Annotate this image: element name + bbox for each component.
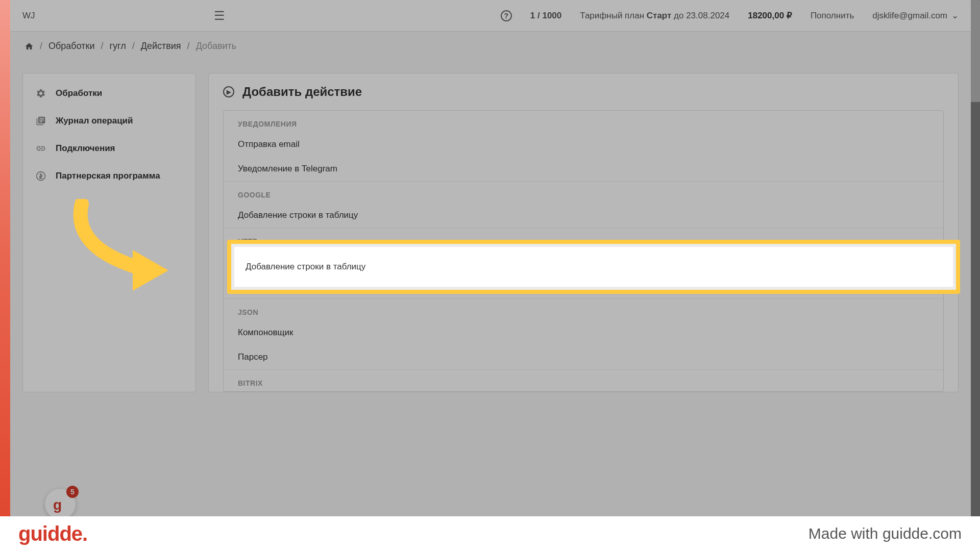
chat-widget[interactable]: g 5: [45, 489, 76, 519]
chevron-down-icon: ⌄: [951, 10, 959, 21]
header-right: ? 1 / 1000 Тарифный план Старт до 23.08.…: [501, 10, 959, 21]
sidebar-item-processing[interactable]: Обработки: [23, 80, 195, 107]
highlighted-action-item[interactable]: Добавление строки в таблицу: [234, 247, 953, 287]
highlight-inner: Добавление строки в таблицу: [231, 244, 956, 290]
content-panel: ▶ Добавить действие УВЕДОМЛЕНИЯ Отправка…: [208, 73, 959, 392]
sidebar-item-label: Подключения: [56, 143, 115, 154]
footer: guidde. Made with guidde.com: [0, 516, 980, 551]
sidebar-item-label: Журнал операций: [56, 116, 133, 126]
dollar-icon: [35, 170, 46, 182]
plan-prefix: Тарифный план: [580, 11, 647, 20]
scrollbar[interactable]: [971, 0, 980, 516]
breadcrumb-item-1[interactable]: гугл: [109, 41, 126, 52]
gear-icon: [35, 88, 46, 99]
group-header-notifications: УВЕДОМЛЕНИЯ: [224, 111, 943, 132]
breadcrumb-item-2[interactable]: Действия: [141, 41, 181, 52]
widget-icon: g: [53, 497, 67, 511]
sidebar-item-label: Обработки: [56, 88, 102, 98]
plan-name: Старт: [647, 11, 672, 20]
breadcrumb-sep: /: [40, 41, 42, 52]
page-title: Добавить действие: [242, 85, 362, 99]
sidebar-item-log[interactable]: Журнал операций: [23, 107, 195, 135]
action-item-json-parser[interactable]: Парсер: [224, 345, 943, 369]
breadcrumb-item-0[interactable]: Обработки: [48, 41, 94, 52]
breadcrumb-sep: /: [132, 41, 135, 52]
plan-until: до 23.08.2024: [671, 11, 729, 20]
content-header: ▶ Добавить действие: [209, 73, 958, 110]
breadcrumb-sep: /: [101, 41, 103, 52]
action-item-google-row[interactable]: Добавление строки в таблицу: [224, 203, 943, 228]
home-icon[interactable]: [24, 42, 34, 51]
breadcrumb: / Обработки / гугл / Действия / Добавить: [10, 32, 971, 61]
header: WJ ☰ ? 1 / 1000 Тарифный план Старт до 2…: [10, 0, 971, 32]
guidde-logo: guidde.: [18, 522, 87, 545]
user-email-text: djsklife@gmail.com: [872, 11, 947, 21]
action-item-telegram[interactable]: Уведомление в Telegram: [224, 157, 943, 181]
topup-link[interactable]: Пополнить: [811, 11, 854, 21]
sidebar-item-label: Партнерская программа: [56, 171, 160, 181]
help-icon[interactable]: ?: [501, 10, 512, 21]
play-circle-icon: ▶: [223, 86, 234, 97]
breadcrumb-current: Добавить: [196, 41, 237, 52]
action-item-json-composer[interactable]: Компоновщик: [224, 320, 943, 345]
plan-info: Тарифный план Старт до 23.08.2024: [580, 11, 729, 21]
gradient-edge: [0, 0, 10, 516]
sidebar-item-partner[interactable]: Партнерская программа: [23, 162, 195, 190]
group-header-json: JSON: [224, 298, 943, 320]
usage-counter: 1 / 1000: [530, 11, 561, 21]
user-menu[interactable]: djsklife@gmail.com ⌄: [872, 10, 959, 21]
header-left: WJ ☰: [22, 9, 225, 23]
link-icon: [35, 143, 46, 154]
action-item-email[interactable]: Отправка email: [224, 132, 943, 157]
highlight-frame: Добавление строки в таблицу: [227, 240, 960, 294]
made-with-label: Made with guidde.com: [808, 525, 962, 542]
scrollbar-thumb[interactable]: [971, 0, 980, 102]
group-header-bitrix: BITRIX: [224, 369, 943, 391]
breadcrumb-sep: /: [187, 41, 190, 52]
hamburger-icon[interactable]: ☰: [214, 9, 225, 23]
group-header-google: GOOGLE: [224, 181, 943, 203]
highlighted-label: Добавление строки в таблицу: [246, 262, 365, 272]
sidebar-item-connections[interactable]: Подключения: [23, 135, 195, 162]
notification-badge: 5: [66, 486, 79, 498]
logo[interactable]: WJ: [22, 11, 35, 21]
book-icon: [35, 115, 46, 127]
arrow-annotation-icon: [66, 199, 209, 301]
balance: 18200,00 ₽: [748, 10, 792, 21]
